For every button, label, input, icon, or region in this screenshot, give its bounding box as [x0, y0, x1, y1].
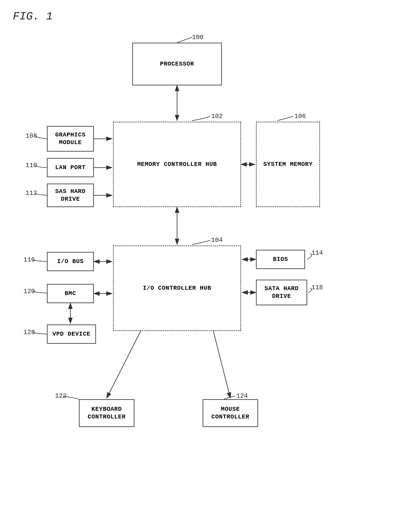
ref-122: 122 [55, 393, 67, 400]
svg-line-14 [107, 331, 141, 398]
io-bus-label: I/O BUS [57, 258, 84, 265]
ref-120: 120 [23, 288, 35, 295]
processor-label: PROCESSOR [160, 60, 194, 68]
ref-108: 108 [26, 132, 37, 140]
bios-label: BIOS [273, 255, 288, 263]
lan-port-label: LAN PORT [55, 164, 86, 171]
ref-104: 104 [211, 237, 223, 244]
ref-114: 114 [311, 249, 323, 257]
ref-100: 100 [192, 34, 203, 41]
processor-box: PROCESSOR [132, 43, 222, 85]
sas-hard-drive-label: SAS HARD DRIVE [48, 188, 93, 203]
sata-hard-drive-box: SATA HARD DRIVE [256, 280, 307, 305]
sas-hard-drive-box: SAS HARD DRIVE [47, 184, 94, 207]
bmc-box: BMC [47, 284, 94, 303]
mouse-controller-label: MOUSE CONTROLLER [203, 405, 257, 421]
lan-port-box: LAN PORT [47, 158, 94, 177]
io-bus-box: I/O BUS [47, 252, 94, 271]
sata-hard-drive-label: SATA HARD DRIVE [257, 285, 307, 300]
graphics-module-box: GRAPHICS MODULE [47, 126, 94, 152]
ref-118: 118 [311, 284, 323, 291]
keyboard-controller-box: KEYBOARD CONTROLLER [79, 399, 134, 427]
fig-label: FIG. 1 [13, 10, 53, 23]
bios-box: BIOS [256, 250, 305, 269]
ref-116: 116 [23, 256, 35, 263]
vpd-device-box: VPD DEVICE [47, 324, 96, 344]
mch-box: MEMORY CONTROLLER HUB [113, 122, 241, 207]
ich-box: I/O CONTROLLER HUB [113, 246, 241, 331]
vpd-device-label: VPD DEVICE [52, 330, 90, 338]
ref-124: 124 [236, 393, 248, 400]
system-memory-label: SYSTEM MEMORY [263, 161, 313, 168]
keyboard-controller-label: KEYBOARD CONTROLLER [80, 405, 134, 421]
ref-112: 112 [26, 190, 37, 197]
ref-128: 128 [23, 329, 35, 336]
graphics-module-label: GRAPHICS MODULE [48, 131, 93, 147]
system-memory-box: SYSTEM MEMORY [256, 122, 320, 207]
bmc-label: BMC [65, 290, 76, 297]
svg-line-15 [213, 331, 230, 398]
ref-102: 102 [211, 113, 223, 120]
mch-label: MEMORY CONTROLLER HUB [137, 161, 217, 168]
ref-106: 106 [294, 113, 306, 120]
mouse-controller-box: MOUSE CONTROLLER [203, 399, 258, 427]
ref-110: 110 [26, 162, 37, 169]
ich-label: I/O CONTROLLER HUB [143, 284, 211, 292]
